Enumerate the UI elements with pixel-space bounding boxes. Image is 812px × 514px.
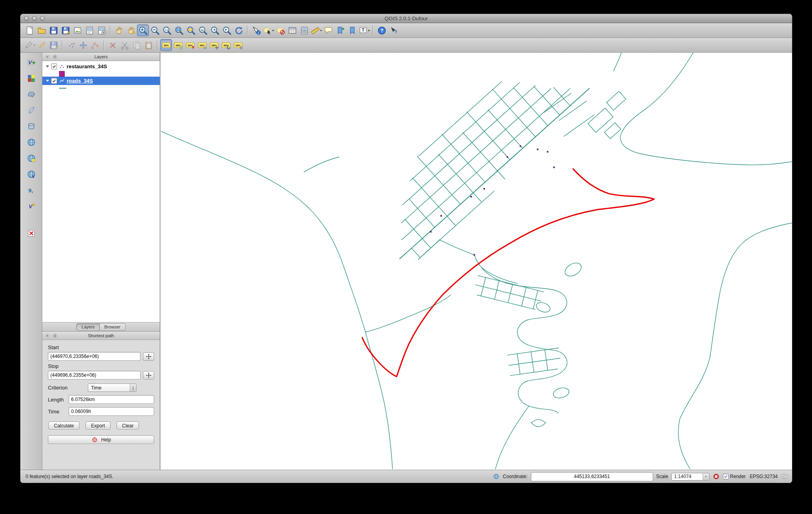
add-postgis-layer-button[interactable] — [26, 89, 37, 100]
open-project-button[interactable] — [36, 24, 48, 36]
layer-item-roads[interactable]: roads_34S — [42, 77, 160, 85]
stop-input[interactable] — [48, 371, 141, 380]
tab-browser[interactable]: Browser — [99, 323, 125, 331]
stop-render-icon[interactable] — [713, 473, 720, 480]
capture-stop-button[interactable] — [143, 371, 154, 380]
length-field[interactable] — [69, 395, 154, 404]
label-show-hide-button[interactable]: abc — [196, 39, 208, 51]
close-panel-icon[interactable] — [44, 333, 50, 338]
pan-map-button[interactable] — [113, 24, 125, 36]
map-canvas[interactable] — [160, 53, 792, 470]
crs-status[interactable]: EPSG:32734 — [750, 474, 778, 479]
render-label: Render — [730, 474, 746, 479]
toolbar-separator — [110, 26, 111, 35]
save-as-image-button[interactable] — [71, 24, 83, 36]
scale-select[interactable]: 1:14074 ▾ — [671, 473, 709, 480]
add-wfs-layer-button[interactable]: V — [26, 168, 37, 180]
node-tool-button[interactable] — [89, 39, 101, 51]
delete-selected-button[interactable] — [107, 39, 119, 51]
export-button[interactable]: Export — [85, 421, 111, 430]
paste-features-button[interactable] — [143, 39, 154, 51]
close-panel-icon[interactable] — [44, 54, 50, 59]
save-edits-button[interactable] — [48, 39, 59, 51]
labeling-button[interactable]: abc — [160, 39, 172, 51]
zoom-out-button[interactable] — [149, 24, 161, 36]
desktop: QGIS 2.0.1-Dufour 1:1i▾▾T▾?? ▾abcabcabca… — [0, 0, 812, 514]
copy-features-button[interactable] — [131, 39, 143, 51]
zoom-last-button[interactable] — [209, 24, 221, 36]
layer-visibility-checkbox[interactable] — [51, 63, 57, 69]
zoom-full-button[interactable] — [173, 24, 185, 36]
layer-visibility-checkbox[interactable] — [51, 78, 57, 84]
capture-start-button[interactable] — [143, 352, 154, 361]
text-annotation-button[interactable]: T▾ — [358, 24, 370, 36]
add-vector-layer-button[interactable]: V — [26, 57, 37, 68]
layer-item-restaurants[interactable]: restaurants_34S — [42, 62, 160, 71]
zoom-window-button[interactable] — [40, 16, 45, 21]
identify-button[interactable]: i — [250, 24, 262, 36]
toggle-editing-button[interactable] — [36, 39, 48, 51]
start-input[interactable] — [48, 352, 141, 361]
zoom-to-layer-button[interactable] — [197, 24, 209, 36]
pan-to-selection-button[interactable] — [125, 24, 137, 36]
minimize-window-button[interactable] — [32, 16, 37, 21]
label-move-button[interactable]: abc — [208, 39, 220, 51]
new-shapefile-layer-button[interactable]: V — [26, 200, 37, 212]
cut-features-button[interactable] — [119, 39, 131, 51]
zoom-next-button[interactable] — [221, 24, 233, 36]
attribute-table-button[interactable] — [286, 24, 298, 36]
show-bookmarks-button[interactable] — [346, 24, 358, 36]
log-messages-icon[interactable] — [781, 473, 788, 480]
coordinate-capture-icon[interactable] — [493, 473, 500, 480]
time-field[interactable] — [69, 407, 154, 416]
svg-text:abc: abc — [200, 43, 205, 47]
tab-layers[interactable]: Layers — [76, 323, 100, 331]
add-raster-layer-button[interactable] — [26, 73, 37, 84]
field-calculator-button[interactable] — [298, 24, 310, 36]
zoom-actual-button[interactable]: 1:1 — [161, 24, 173, 36]
add-wms-layer-button[interactable] — [26, 136, 37, 148]
criterion-select[interactable]: Time ▴▾ — [88, 384, 137, 392]
move-feature-button[interactable] — [77, 39, 89, 51]
zoom-to-selection-button[interactable] — [185, 24, 197, 36]
close-window-button[interactable] — [24, 16, 29, 21]
help-button[interactable]: Help — [48, 435, 154, 444]
add-delimited-text-layer-button[interactable]: 9, — [26, 184, 37, 196]
titlebar[interactable]: QGIS 2.0.1-Dufour — [20, 14, 792, 23]
restaurants-symbology — [42, 71, 160, 77]
calculate-button[interactable]: Calculate — [48, 421, 79, 430]
map-tips-button[interactable] — [322, 24, 334, 36]
add-feature-button[interactable] — [65, 39, 77, 51]
remove-layer-button[interactable] — [26, 227, 37, 239]
add-wcs-layer-button[interactable] — [26, 152, 37, 164]
whats-this-button[interactable]: ? — [388, 24, 400, 36]
refresh-button[interactable] — [233, 24, 245, 36]
measure-button[interactable]: ▾ — [310, 24, 322, 36]
expand-icon[interactable] — [46, 65, 49, 67]
coordinate-input[interactable] — [531, 472, 653, 481]
save-project-button[interactable] — [48, 24, 59, 36]
label-rotate-button[interactable]: abc — [220, 39, 232, 51]
new-bookmark-button[interactable] — [334, 24, 346, 36]
toolbar-separator — [62, 40, 63, 50]
label-pin-button[interactable]: abc — [184, 39, 196, 51]
composer-manager-button[interactable] — [95, 24, 107, 36]
float-panel-icon[interactable] — [52, 333, 57, 338]
expand-icon[interactable] — [46, 80, 49, 82]
render-checkbox[interactable] — [723, 474, 729, 479]
label-add-button[interactable]: abc — [172, 39, 184, 51]
help-contents-button[interactable]: ? — [376, 24, 388, 36]
new-composer-button[interactable] — [83, 24, 95, 36]
select-features-button[interactable]: ▾ — [262, 24, 274, 36]
save-project-as-button[interactable] — [59, 24, 71, 36]
zoom-in-button[interactable] — [137, 24, 149, 36]
current-edits-button[interactable]: ▾ — [24, 39, 36, 51]
label-properties-button[interactable]: abc — [232, 39, 244, 51]
new-project-button[interactable] — [24, 24, 36, 36]
add-spatialite-layer-button[interactable] — [26, 105, 37, 116]
add-mssql-layer-button[interactable] — [26, 121, 37, 132]
deselect-button[interactable] — [274, 24, 286, 36]
float-panel-icon[interactable] — [52, 54, 57, 59]
clear-button[interactable]: Clear — [117, 421, 139, 430]
toolbar-digitizing-labeling: ▾abcabcabcabcabcabcabc — [20, 38, 792, 53]
